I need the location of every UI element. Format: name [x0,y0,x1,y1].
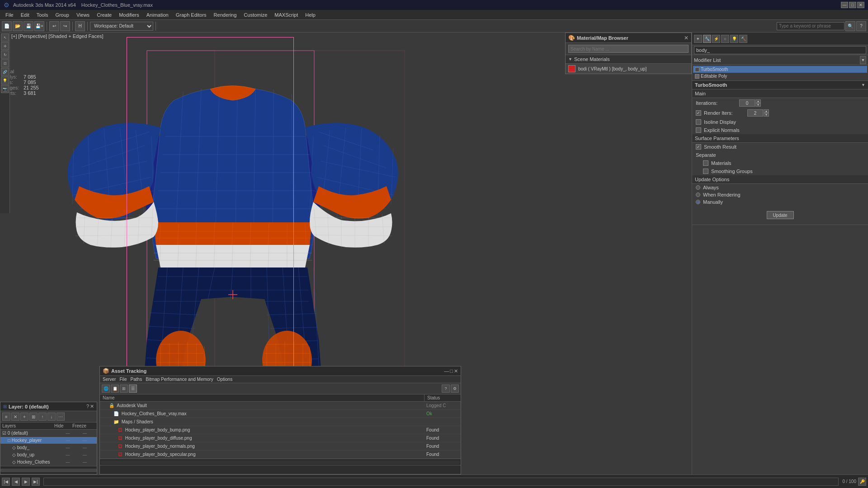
layers-tb-btn6[interactable]: ↓ [47,413,56,421]
asset-tracking-close[interactable]: ✕ [454,368,458,374]
ts-explicit-normals-checkbox[interactable] [696,127,701,133]
workspace-dropdown[interactable]: Workspace: Default [90,22,153,31]
at-row-max-file[interactable]: 📄 Hockey_Clothes_Blue_vray.max Ok [100,410,461,418]
ts-iterations-down[interactable]: ▼ [755,103,761,107]
ts-isoline-checkbox[interactable] [696,119,701,125]
layer-row-body[interactable]: ◇ body_ — — [0,444,97,451]
menu-maxscript[interactable]: MAXScript [271,11,302,19]
layer-row-hockey-player[interactable]: □ Hockey_player — — [0,437,97,444]
ltb-scale[interactable]: ⊡ [1,59,9,67]
timeline-play[interactable]: ▶ [22,478,30,486]
at-tb-icon3[interactable]: ⊞ [120,385,128,393]
ts-materials-checkbox[interactable] [703,160,708,166]
at-row-vault[interactable]: 🔒 Autodesk Vault Logged C [100,402,461,410]
layer-row-default[interactable]: ☑ 0 (default) — — [0,430,97,437]
at-tb-icon5[interactable]: ? [442,385,450,393]
tb-new[interactable]: 📄 [2,21,12,31]
timeline-play-back[interactable]: ◀ [12,478,20,486]
ts-render-iters-input[interactable] [747,109,763,117]
at-path-input[interactable] [100,465,461,474]
object-name-input[interactable] [694,46,866,54]
timeline-next[interactable]: ▶| [32,478,40,486]
mat-browser-close[interactable]: ✕ [684,35,689,41]
mat-search-input[interactable] [568,45,689,53]
at-tb-icon2[interactable]: 📋 [111,385,119,393]
ts-smooth-result-checkbox[interactable] [696,144,701,150]
at-row-diffuse[interactable]: 🖼 Hockey_player_body_diffuse.png Found [100,434,461,442]
at-row-normals[interactable]: 🖼 Hockey_player_body_normals.png Found [100,442,461,450]
ts-manually-radio[interactable] [696,200,700,204]
layers-tb-btn4[interactable]: ⊞ [29,413,38,421]
tb-save[interactable]: 💾 [24,21,33,31]
menu-modifiers[interactable]: Modifiers [115,11,143,19]
search-input[interactable] [777,22,844,30]
at-menu-bitmap[interactable]: Bitmap Performance and Memory [146,377,213,382]
tb-help[interactable]: ? [856,21,866,31]
asset-tracking-minimize[interactable]: — [444,368,449,374]
at-menu-options[interactable]: Options [217,377,232,382]
layers-help[interactable]: ? [86,404,89,409]
menu-create[interactable]: Create [93,11,115,19]
layers-scrollbar[interactable] [0,466,97,474]
at-row-specular[interactable]: 🖼 Hockey_player_body_specular.png Found [100,450,461,459]
hierarchy-tab-icon[interactable]: ⚡ [712,35,720,43]
ts-iterations-up[interactable]: ▲ [755,99,761,103]
ts-render-iters-up[interactable]: ▲ [764,109,769,113]
at-menu-file[interactable]: File [119,377,127,382]
at-menu-server[interactable]: Server [103,377,116,382]
close-button[interactable]: ✕ [857,2,864,8]
menu-help[interactable]: Help [302,11,319,19]
layers-tb-btn3[interactable]: + [20,413,28,421]
menu-views[interactable]: Views [73,11,93,19]
at-menu-paths[interactable]: Paths [131,377,142,382]
menu-file[interactable]: File [2,11,17,19]
menu-graph-editors[interactable]: Graph Editors [172,11,210,19]
menu-group[interactable]: Group [52,11,73,19]
layer-row-body-up[interactable]: ◇ body_up — — [0,451,97,459]
ts-smoothing-groups-checkbox[interactable] [703,169,708,174]
modifier-editablepoly[interactable]: Editable Poly [693,73,867,80]
ts-render-iters-checkbox[interactable] [696,110,701,116]
ltb-select[interactable]: ↖ [1,33,9,42]
maximize-button[interactable]: □ [849,2,856,8]
ltb-link[interactable]: 🔗 [1,68,9,76]
layer-row-hockey-clothes[interactable]: ◇ Hockey_Clothes — — [0,459,97,466]
layers-tb-btn7[interactable]: ⋯ [57,413,65,421]
asset-tracking-maximize[interactable]: □ [450,368,453,374]
timeline-keying[interactable]: 🔑 [858,478,866,486]
create-tab-icon[interactable]: ✦ [694,35,702,43]
menu-customize[interactable]: Customize [240,11,271,19]
ltb-light[interactable]: 💡 [1,76,9,84]
ltb-camera[interactable]: 📷 [1,85,9,93]
tb-open[interactable]: 📂 [13,21,23,31]
layers-tb-btn1[interactable]: ≡ [2,413,10,421]
ts-render-iters-down[interactable]: ▼ [764,113,769,117]
at-row-bump[interactable]: 🖼 Hockey_player_body_bump.png Found [100,426,461,434]
menu-animation[interactable]: Animation [143,11,172,19]
utilities-tab-icon[interactable]: 🔨 [739,35,747,43]
tb-save-as[interactable]: 💾+ [34,21,44,31]
ts-iterations-input[interactable] [739,99,755,107]
tb-hold[interactable]: H [75,21,85,31]
at-tb-icon6[interactable]: ⚙ [451,385,459,393]
minimize-button[interactable]: — [841,2,848,8]
at-tb-icon4[interactable]: ☰ [129,385,137,393]
ts-update-button[interactable]: Update [767,211,794,219]
ltb-rotate[interactable]: ↻ [1,51,9,59]
layers-close[interactable]: ✕ [90,404,94,409]
timeline-prev[interactable]: |◀ [2,478,10,486]
modify-tab-icon[interactable]: 🔧 [703,35,711,43]
menu-edit[interactable]: Edit [17,11,33,19]
ltb-move[interactable]: ✛ [1,42,9,50]
timeline-bar[interactable] [43,478,839,486]
modifier-turbosmooth[interactable]: TurboSmooth [693,66,867,73]
ts-always-radio[interactable] [696,185,700,190]
ts-when-rendering-radio[interactable] [696,192,700,197]
modifier-list-dropdown[interactable]: ▼ [860,56,866,64]
display-tab-icon[interactable]: 💡 [730,35,738,43]
at-tb-icon1[interactable]: 🌐 [102,385,110,393]
layers-tb-btn2[interactable]: ✕ [11,413,19,421]
layers-tb-btn5[interactable]: ↑ [38,413,47,421]
motion-tab-icon[interactable]: ○ [721,35,729,43]
search-button[interactable]: 🔍 [845,21,855,31]
